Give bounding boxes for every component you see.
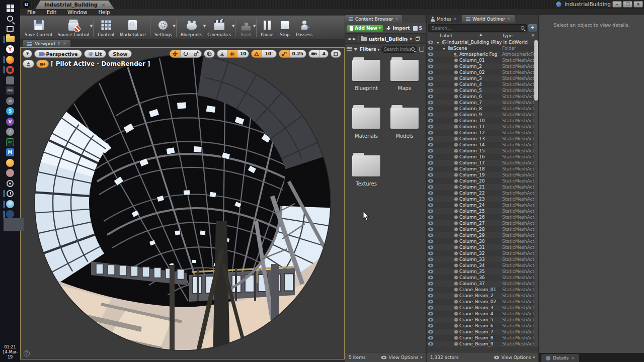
outliner-row[interactable]: Column_12StaticMeshActo xyxy=(427,130,538,136)
visibility-eye-icon[interactable] xyxy=(427,342,435,346)
visibility-eye-icon[interactable] xyxy=(427,52,435,56)
move-tool-button[interactable] xyxy=(170,50,181,57)
outliner-row[interactable]: Crane_Beam_9StaticMeshActo xyxy=(427,341,538,347)
visibility-eye-icon[interactable] xyxy=(427,88,435,93)
outliner-row[interactable]: Column_17StaticMeshActo xyxy=(427,160,538,166)
outliner-row[interactable]: Column_22StaticMeshActo xyxy=(427,190,538,196)
level-tab-close-icon[interactable]: × xyxy=(102,3,106,8)
taskbar-pc-app-icon[interactable]: PC xyxy=(4,137,17,147)
taskbar-share-app-icon[interactable]: < xyxy=(4,96,17,106)
forward-button[interactable]: ► xyxy=(353,36,356,41)
visibility-eye-icon[interactable] xyxy=(427,40,435,44)
taskbar-orange-app-icon[interactable] xyxy=(4,158,17,168)
scrollbar-thumb[interactable] xyxy=(534,40,538,101)
outliner-row[interactable]: Crane_Beam_8StaticMeshActo xyxy=(427,335,538,341)
outliner-row[interactable]: Column_25StaticMeshActo xyxy=(427,208,538,214)
scale-tool-button[interactable] xyxy=(191,50,201,57)
grid-snap-value[interactable]: 10 xyxy=(237,50,249,57)
maximize-button[interactable]: ❐ xyxy=(623,1,632,8)
outliner-row[interactable]: Column_34StaticMeshActo xyxy=(427,262,538,268)
taskbar-file-explorer-icon[interactable] xyxy=(4,34,17,44)
visibility-eye-icon[interactable] xyxy=(427,300,435,304)
sort-ascending-icon[interactable]: ▲ xyxy=(479,33,482,37)
modes-tab[interactable]: Modes × xyxy=(427,15,461,23)
save-search-icon[interactable] xyxy=(419,47,424,52)
lock-icon[interactable] xyxy=(416,37,420,41)
outliner-row[interactable]: Column_8StaticMeshActo xyxy=(427,106,538,112)
visibility-eye-icon[interactable] xyxy=(427,173,435,177)
outliner-row[interactable]: Column_36StaticMeshActo xyxy=(427,275,538,281)
world-outliner-tab-close-icon[interactable]: × xyxy=(507,17,511,21)
outliner-row[interactable]: Column_16StaticMeshActo xyxy=(427,154,538,160)
outliner-row[interactable]: Column_2StaticMeshActo xyxy=(427,63,538,69)
outliner-row[interactable]: Column_5StaticMeshActo xyxy=(427,87,538,94)
folder-materials[interactable]: Materials xyxy=(347,108,385,139)
visibility-eye-icon[interactable] xyxy=(427,137,435,141)
visibility-eye-icon[interactable] xyxy=(427,125,435,129)
create-actor-button[interactable]: + xyxy=(528,24,537,32)
content-browser-tab-close-icon[interactable]: × xyxy=(395,17,398,21)
outliner-row[interactable]: Column_28StaticMeshActo xyxy=(427,226,538,232)
settings-button[interactable]: Settings▼ xyxy=(152,17,175,39)
modes-tab-close-icon[interactable]: × xyxy=(453,17,457,21)
outliner-row[interactable]: Column_32StaticMeshActo xyxy=(427,250,538,256)
visibility-eye-icon[interactable] xyxy=(427,82,435,86)
outliner-row[interactable]: Column_14StaticMeshActo xyxy=(427,142,538,148)
visibility-eye-icon[interactable] xyxy=(427,185,435,189)
visibility-eye-icon[interactable] xyxy=(427,167,435,171)
taskbar-clock[interactable]: 01:21 14-Mar-19 xyxy=(0,345,20,360)
label-column-header[interactable]: Label xyxy=(440,33,452,38)
visibility-eye-icon[interactable] xyxy=(427,149,435,153)
rotation-snap-button[interactable] xyxy=(252,50,262,57)
minimize-button[interactable]: – xyxy=(612,1,622,8)
filters-button[interactable]: Filters ▾ xyxy=(360,47,379,52)
outliner-row[interactable]: Column_19StaticMeshActo xyxy=(427,172,538,178)
rotation-snap-value[interactable]: 10° xyxy=(262,50,276,57)
content-button[interactable]: Content xyxy=(95,17,117,39)
taskbar-start-icon[interactable] xyxy=(4,3,17,13)
details-tab[interactable]: Details × xyxy=(541,354,579,362)
close-button[interactable]: × xyxy=(633,1,643,8)
visibility-eye-icon[interactable] xyxy=(427,197,435,201)
taskbar-paint-tool-icon[interactable]: / xyxy=(4,127,17,137)
outliner-row[interactable]: Crane_Beam_02StaticMeshActo xyxy=(427,299,538,305)
outliner-row[interactable]: Column_31StaticMeshActo xyxy=(427,244,538,250)
outliner-row[interactable]: Column_18StaticMeshActo xyxy=(427,166,538,172)
taskbar-visual-studio-icon[interactable]: V xyxy=(4,117,17,127)
visibility-eye-icon[interactable] xyxy=(427,330,435,334)
visibility-eye-icon[interactable] xyxy=(427,101,435,105)
folder-blueprint[interactable]: Blueprint xyxy=(347,60,385,91)
build-button[interactable]: Build▼ xyxy=(237,17,255,39)
outliner-row[interactable]: Column_23StaticMeshActo xyxy=(427,196,538,202)
viewport-tab[interactable]: Viewport 1 × xyxy=(23,40,70,47)
dropdown-caret-icon[interactable]: ▼ xyxy=(90,24,93,28)
outliner-row[interactable]: Column_35StaticMeshActo xyxy=(427,268,538,275)
visibility-eye-icon[interactable] xyxy=(427,203,435,207)
asset-search-input[interactable] xyxy=(384,47,411,52)
visibility-eye-icon[interactable] xyxy=(427,209,435,213)
visibility-eye-icon[interactable] xyxy=(427,95,435,99)
folder-models[interactable]: Models xyxy=(385,108,424,139)
outliner-row[interactable]: Column_20StaticMeshActo xyxy=(427,178,538,184)
outliner-row[interactable]: Column_11StaticMeshActo xyxy=(427,124,538,130)
maximize-viewport-button[interactable] xyxy=(331,50,341,57)
import-button[interactable]: Import xyxy=(386,26,410,31)
outliner-row[interactable]: Crane_Beam_6StaticMeshActo xyxy=(427,323,538,329)
outliner-row[interactable]: Crane_Beam_4StaticMeshActo xyxy=(427,311,538,317)
taskbar-opera-icon[interactable] xyxy=(4,65,17,75)
expander-icon[interactable]: ▼ xyxy=(443,47,447,50)
outliner-row[interactable]: Column_26StaticMeshActo xyxy=(427,214,538,220)
taskbar-m-app-icon[interactable]: M xyxy=(4,147,17,157)
show-button[interactable]: Show xyxy=(108,50,132,58)
visibility-eye-icon[interactable] xyxy=(427,155,435,159)
taskbar-unreal-engine-icon[interactable]: U xyxy=(4,220,17,230)
blueprints-button[interactable]: Blueprints▼ xyxy=(178,17,205,39)
perspective-button[interactable]: Perspective xyxy=(34,50,82,58)
save-all-button[interactable]: S xyxy=(413,26,422,31)
source-control-button[interactable]: Source Control▼ xyxy=(55,17,92,39)
back-button[interactable]: ◄ xyxy=(347,36,351,41)
scale-snap-value[interactable]: 0.25 xyxy=(290,50,306,57)
outliner-row[interactable]: ▼SceneFolder xyxy=(427,45,538,51)
visibility-eye-icon[interactable] xyxy=(427,161,435,165)
type-column-header[interactable]: Type xyxy=(502,33,513,38)
